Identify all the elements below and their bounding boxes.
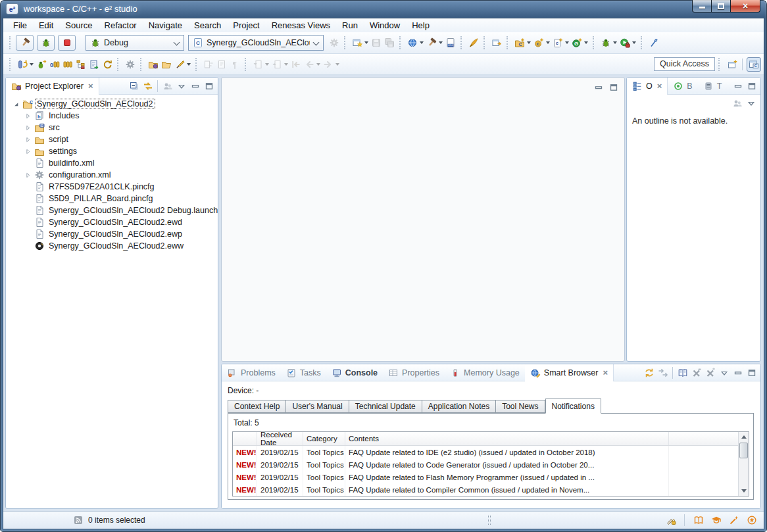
dropdown-arrow-icon[interactable] — [527, 41, 531, 44]
reset-button[interactable] — [16, 57, 35, 72]
x-clear-button[interactable] — [703, 366, 717, 379]
dropdown-arrow-icon[interactable] — [420, 41, 424, 44]
close-icon[interactable]: × — [657, 81, 662, 91]
menu-navigate[interactable]: Navigate — [143, 19, 188, 32]
scroll-down-icon[interactable] — [739, 486, 749, 496]
browser-tab-application-notes[interactable]: Application Notes — [422, 400, 496, 413]
save-all-button[interactable] — [383, 35, 396, 51]
tree-expanded-arrow-icon[interactable] — [12, 99, 20, 109]
dropdown-arrow-icon[interactable] — [187, 63, 191, 66]
tab-problems[interactable]: Problems — [222, 364, 281, 381]
combo-chevron-icon[interactable] — [313, 40, 319, 46]
tree-item[interactable]: Synergy_GCloudSln_AECloud2 Debug.launch — [6, 205, 218, 216]
close-icon[interactable]: × — [603, 368, 608, 377]
maximize-button[interactable] — [745, 366, 758, 379]
tab-outline-o[interactable]: O× — [627, 78, 668, 95]
globe-button[interactable] — [406, 35, 425, 51]
table-row[interactable]: NEW!2019/02/15Tool TopicsFAQ Update rela… — [233, 458, 749, 471]
status-splitter[interactable] — [488, 516, 491, 525]
toolbar-grip[interactable] — [9, 36, 12, 49]
browser-tab-context-help[interactable]: Context Help — [228, 400, 286, 413]
minimize-button[interactable] — [591, 81, 605, 94]
tab-console[interactable]: Console — [326, 364, 383, 381]
new-wizard-button[interactable] — [351, 35, 370, 51]
dropdown-arrow-icon[interactable] — [364, 41, 368, 44]
menu-source[interactable]: Source — [59, 19, 98, 32]
tab-tasks[interactable]: Tasks — [281, 364, 326, 381]
maximize-button[interactable] — [202, 80, 216, 93]
folder-ball-button[interactable] — [147, 57, 160, 72]
convert-button[interactable] — [202, 57, 215, 72]
arrow-fwd-button[interactable] — [322, 57, 341, 72]
people-button[interactable] — [730, 97, 744, 110]
pilcrow-button[interactable]: ¶ — [228, 57, 241, 72]
bug-arrows-button[interactable] — [35, 57, 48, 72]
tree-item[interactable]: Synergy_GCloudSln_AECloud2.ewp — [6, 228, 218, 240]
doc-up-button[interactable] — [270, 57, 289, 72]
save-button[interactable] — [370, 35, 383, 51]
minimize-button[interactable] — [692, 0, 712, 12]
tree-collapsed-arrow-icon[interactable] — [24, 170, 32, 180]
x-build-button[interactable] — [689, 366, 703, 379]
menu-file[interactable]: File — [7, 19, 33, 32]
dropdown-arrow-icon[interactable] — [632, 41, 636, 44]
mark-doc-button[interactable] — [215, 57, 228, 72]
skip-arrows-button[interactable] — [656, 366, 670, 379]
tree-item[interactable]: buildinfo.xml — [6, 157, 218, 169]
tree-collapsed-arrow-icon[interactable] — [24, 122, 32, 133]
feather-button[interactable] — [467, 35, 480, 51]
hammer-button[interactable] — [425, 35, 444, 51]
run-lock-button[interactable] — [618, 35, 637, 51]
tab-project-explorer[interactable]: Project Explorer× — [6, 78, 99, 95]
combo-chevron-icon[interactable] — [174, 40, 180, 46]
dropdown-arrow-icon[interactable] — [439, 41, 443, 44]
menu-project[interactable]: Project — [227, 19, 265, 32]
tree-item[interactable]: hIncludes — [6, 110, 218, 122]
restore-button[interactable] — [711, 0, 731, 12]
wand-orange-button[interactable] — [727, 514, 741, 527]
titlebar[interactable]: e² workspace - C/C++ - e² studio × — [0, 0, 767, 18]
dropdown-arrow-icon[interactable] — [546, 41, 550, 44]
dropdown-arrow-icon[interactable] — [613, 41, 617, 44]
tree-item[interactable]: Synergy_GCloudSln_AECloud2.ewd — [6, 216, 218, 228]
tab-outline-b[interactable]: B — [668, 78, 697, 95]
close-button[interactable]: × — [730, 0, 760, 12]
column-header-contents[interactable]: Contents — [345, 432, 669, 445]
table-row[interactable]: NEW!2019/02/15Tool TopicsFAQ Update rela… — [233, 446, 749, 458]
pen-lock-button[interactable] — [664, 514, 678, 527]
browser-tab-notifications[interactable]: Notifications — [545, 399, 601, 414]
perspective-new-button[interactable] — [726, 58, 739, 71]
menu-search[interactable]: Search — [188, 19, 227, 32]
bars-00-button[interactable] — [61, 57, 74, 72]
menu-window[interactable]: Window — [364, 19, 406, 32]
browser-tab-technical-update[interactable]: Technical Update — [349, 400, 422, 413]
view-menu-button[interactable] — [744, 97, 758, 110]
cap-orange-button[interactable] — [709, 514, 723, 527]
scrollbar-thumb[interactable] — [739, 443, 748, 458]
refresh-gold-button[interactable] — [642, 366, 656, 379]
menu-renesas-views[interactable]: Renesas Views — [266, 19, 336, 32]
gear-button[interactable] — [328, 35, 341, 51]
tab-outline-t[interactable]: T — [698, 78, 728, 95]
dropdown-arrow-icon[interactable] — [284, 63, 288, 66]
new-g-button[interactable]: G — [570, 35, 589, 51]
io-bars-button[interactable]: 0 — [48, 57, 61, 72]
tree-item[interactable]: script — [6, 133, 218, 145]
quick-access-button[interactable]: Quick Access — [654, 57, 715, 71]
browser-tab-user-s-manual[interactable]: User's Manual — [286, 400, 349, 413]
tree-item[interactable]: configuration.xml — [6, 169, 218, 181]
profile-tree-button[interactable] — [74, 57, 87, 72]
tab-memory-usage[interactable]: Memory Usage — [445, 364, 525, 381]
debug-config-combo[interactable]: Debug — [86, 35, 184, 51]
bug-button[interactable] — [37, 35, 55, 51]
menu-refactor[interactable]: Refactor — [99, 19, 143, 32]
dropdown-arrow-icon[interactable] — [316, 63, 320, 66]
column-header[interactable] — [669, 432, 749, 445]
disconnect-button[interactable] — [647, 35, 660, 51]
link-editor-button[interactable] — [141, 80, 155, 93]
book-orange-button[interactable] — [691, 514, 705, 527]
restart-button[interactable] — [101, 57, 114, 72]
tab-smart-browser[interactable]: Smart Browser× — [525, 364, 614, 381]
table-scrollbar[interactable] — [738, 432, 749, 496]
new-c-app-button[interactable]: c — [532, 35, 551, 51]
